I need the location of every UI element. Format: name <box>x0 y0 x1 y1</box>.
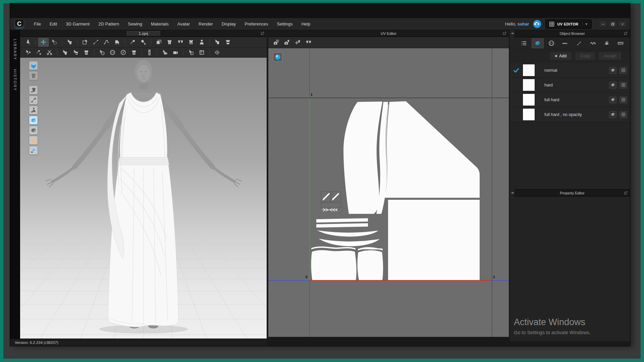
simulate-icon[interactable] <box>23 38 33 47</box>
close-button[interactable] <box>618 21 627 27</box>
popout-icon[interactable] <box>624 31 628 36</box>
fabric-back-icon[interactable] <box>29 126 38 135</box>
material-sphere-button[interactable] <box>273 52 282 62</box>
edit-texture-icon[interactable] <box>60 48 70 57</box>
assign-button[interactable]: Assign <box>598 52 622 60</box>
menu-item-sewing[interactable]: Sewing <box>123 18 147 30</box>
menu-item-avatar[interactable]: Avatar <box>173 18 194 30</box>
edit-applique-icon[interactable] <box>70 48 81 57</box>
button-icon[interactable] <box>107 48 118 57</box>
avatar-visibility-icon[interactable] <box>29 106 38 115</box>
sewing-machine-icon[interactable] <box>112 38 122 47</box>
fabric-sheet-icon[interactable] <box>609 67 616 74</box>
edit-trim-icon[interactable] <box>186 48 196 57</box>
garment-snapshot-icon[interactable] <box>282 38 292 47</box>
solidify-garment-icon[interactable] <box>164 38 175 47</box>
select-move-icon[interactable] <box>38 38 49 47</box>
trim-swatch-icon[interactable] <box>197 48 207 57</box>
show-garment-icon[interactable] <box>29 71 38 80</box>
garment-visibility-icon[interactable] <box>29 85 38 95</box>
garment-measure-icon[interactable] <box>223 38 233 47</box>
menu-item-display[interactable]: Display <box>217 18 240 30</box>
sidebar-tab-history[interactable]: HISTORY <box>13 69 17 91</box>
attach-button-icon[interactable] <box>129 48 139 57</box>
popout-icon[interactable] <box>260 31 265 36</box>
fabric-row[interactable]: hard <box>510 78 630 93</box>
minimize-button[interactable] <box>599 21 607 27</box>
fabric-swatch[interactable] <box>523 94 535 106</box>
fabric-front-icon[interactable] <box>29 116 38 125</box>
fabric-swatch[interactable] <box>523 79 535 91</box>
app-logo[interactable]: C <box>14 19 24 29</box>
collapse-arrow-icon[interactable] <box>511 191 514 195</box>
render-style-icon[interactable] <box>29 61 38 70</box>
edit-button-icon[interactable] <box>97 48 107 57</box>
project-tab[interactable]: 1.zprj <box>126 31 160 36</box>
bounding-volume-icon[interactable] <box>186 38 196 47</box>
popout-icon[interactable] <box>624 191 628 195</box>
mode-switcher-button[interactable]: UV EDITOR ▼ <box>545 19 592 29</box>
menu-item-preferences[interactable]: Preferences <box>240 18 272 30</box>
avatar-display-icon[interactable] <box>29 136 38 145</box>
puckering-icon[interactable] <box>587 38 599 48</box>
fabric-roll-icon[interactable] <box>170 48 181 57</box>
fabric-row[interactable]: full hard <box>510 93 630 107</box>
uv-canvas[interactable]: 1 0 1 <box>268 48 509 337</box>
menu-item-materials[interactable]: Materials <box>147 18 173 30</box>
tack-on-avatar-icon[interactable] <box>138 38 149 47</box>
fabric-icon[interactable] <box>532 38 544 48</box>
arrangement-points-icon[interactable] <box>175 38 185 47</box>
fabric-sheet-icon[interactable] <box>609 82 616 88</box>
button-icon[interactable] <box>545 38 557 48</box>
menu-item-3d-garment[interactable]: 3D Garment <box>61 18 94 30</box>
assign-target-icon[interactable] <box>620 111 627 118</box>
menu-item-render[interactable]: Render <box>194 18 217 30</box>
closet-cloud-icon[interactable] <box>533 19 542 28</box>
uv-move-icon[interactable] <box>292 38 303 47</box>
menu-item-settings[interactable]: Settings <box>272 18 297 30</box>
fabric-swatch[interactable] <box>523 108 535 121</box>
fabric-row[interactable]: full hard , no opacity <box>510 107 630 122</box>
environment-display-icon[interactable] <box>29 146 38 155</box>
pin-tack-icon[interactable] <box>127 38 138 47</box>
fabric-row[interactable]: normal <box>510 63 630 78</box>
free-sewing-icon[interactable] <box>101 38 112 47</box>
measure-icon[interactable] <box>614 38 627 48</box>
garment-tape-icon[interactable] <box>212 38 222 47</box>
fabric-sheet-icon[interactable] <box>609 97 616 103</box>
sidebar-tab-library[interactable]: LIBRARY <box>13 39 17 60</box>
menu-item-2d-pattern[interactable]: 2D Pattern <box>94 18 123 30</box>
chevron-down-icon[interactable]: ▼ <box>582 21 588 27</box>
fold-arrangement-icon[interactable] <box>154 38 164 47</box>
pin-visibility-icon[interactable] <box>29 96 38 105</box>
avatar-tape-icon[interactable] <box>197 38 207 47</box>
uv-arrange-icon[interactable] <box>303 38 314 47</box>
restore-button[interactable] <box>608 21 617 27</box>
scene-list-icon[interactable] <box>518 38 530 48</box>
edit-fabric-icon[interactable] <box>160 48 170 57</box>
fabric-swatch[interactable] <box>523 64 535 76</box>
topstitch-icon[interactable] <box>559 38 571 48</box>
trim-cut-icon[interactable] <box>44 48 55 57</box>
assign-target-icon[interactable] <box>620 67 627 74</box>
stitch-icon[interactable] <box>573 38 585 48</box>
edit-sewing-icon[interactable] <box>91 38 101 47</box>
remove-pin-icon[interactable] <box>34 48 44 57</box>
select-mesh-icon[interactable] <box>64 38 75 47</box>
menu-item-help[interactable]: Help <box>297 18 315 30</box>
fabric-sheet-icon[interactable] <box>609 111 616 118</box>
menu-item-file[interactable]: File <box>30 18 45 30</box>
fold-measure-icon[interactable] <box>212 48 222 57</box>
select-lasso-icon[interactable] <box>49 38 59 47</box>
assign-target-icon[interactable] <box>620 97 627 103</box>
popout-icon[interactable] <box>502 31 507 36</box>
edit-pin-icon[interactable] <box>23 48 33 57</box>
copy-button[interactable]: Copy <box>575 52 595 60</box>
edit-pattern-icon[interactable] <box>80 38 90 47</box>
menu-item-edit[interactable]: Edit <box>45 18 61 30</box>
collapse-arrow-icon[interactable] <box>511 32 514 35</box>
uv-snapshot-icon[interactable] <box>271 38 281 47</box>
account-name[interactable]: sahar <box>518 21 529 26</box>
add-button[interactable]: +Add <box>549 52 572 60</box>
applique-icon[interactable] <box>81 48 92 57</box>
